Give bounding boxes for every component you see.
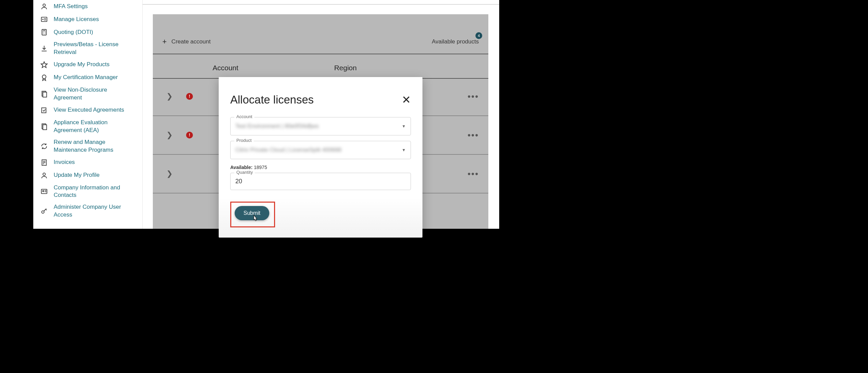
- column-header-account: Account: [213, 64, 238, 72]
- row-menu-button[interactable]: •••: [468, 91, 479, 102]
- svg-rect-5: [42, 30, 47, 35]
- sidebar-item-label: Invoices: [54, 158, 75, 166]
- invoice-icon: [40, 158, 48, 167]
- account-field-label: Account: [234, 114, 254, 119]
- sidebar-item-label: Quoting (DOTI): [54, 29, 93, 36]
- modal-title: Allocate licenses: [230, 93, 314, 106]
- sidebar-item-executed-agreements[interactable]: View Executed Agreements: [33, 104, 142, 117]
- sidebar-item-previews[interactable]: Previews/Betas - License Retrieval: [33, 39, 142, 58]
- sidebar-item-label: Appliance Evaluation Agreement (AEA): [54, 119, 136, 134]
- svg-point-24: [42, 191, 44, 192]
- expand-row-icon[interactable]: ❯: [166, 169, 173, 178]
- badge-icon: [40, 74, 48, 82]
- sidebar-item-mfa[interactable]: MFA Settings: [33, 0, 142, 13]
- quantity-field[interactable]: Quantity: [230, 173, 411, 190]
- close-icon[interactable]: ✕: [402, 93, 411, 106]
- key-icon: [40, 207, 48, 215]
- product-field-label: Product: [234, 138, 254, 143]
- create-account-button[interactable]: + Create account: [162, 37, 211, 46]
- sidebar-item-label: Company Information and Contacts: [54, 184, 136, 200]
- sidebar-item-label: View Executed Agreements: [54, 106, 124, 114]
- download-icon: [40, 44, 48, 53]
- svg-point-27: [42, 211, 44, 213]
- sidebar-item-profile[interactable]: Update My Profile: [33, 169, 142, 182]
- sidebar-item-label: Administer Company User Access: [54, 203, 136, 219]
- sidebar-item-quoting[interactable]: Quoting (DOTI): [33, 26, 142, 39]
- svg-point-12: [42, 75, 46, 79]
- user-icon: [40, 171, 48, 180]
- document-check-icon: [40, 106, 48, 114]
- sidebar-item-upgrade[interactable]: Upgrade My Products: [33, 58, 142, 71]
- quantity-field-label: Quantity: [234, 170, 255, 175]
- document-icon: [40, 90, 48, 98]
- product-field[interactable]: Product Citrix Private Cloud | LicenseSp…: [230, 141, 411, 159]
- plus-icon: +: [162, 37, 167, 46]
- sidebar-item-aea[interactable]: Appliance Evaluation Agreement (AEA): [33, 117, 142, 136]
- column-header-region: Region: [334, 64, 357, 72]
- submit-button[interactable]: Submit: [235, 206, 269, 220]
- svg-marker-11: [41, 62, 47, 68]
- star-icon: [40, 61, 48, 69]
- product-field-value: Citrix Private Cloud | LicenseSplit 4006…: [235, 147, 341, 153]
- sidebar-item-renew[interactable]: Renew and Manage Maintenance Programs: [33, 136, 142, 156]
- svg-rect-14: [43, 92, 47, 97]
- accounts-toolbar: + Create account Available products 4: [153, 23, 488, 54]
- chevron-down-icon: ▼: [402, 148, 406, 152]
- svg-point-22: [43, 173, 45, 175]
- alert-icon: !: [186, 93, 193, 100]
- available-products-link[interactable]: Available products 4: [432, 38, 479, 45]
- row-menu-button[interactable]: •••: [468, 169, 479, 179]
- sidebar-item-label: Upgrade My Products: [54, 61, 109, 69]
- sidebar-item-label: Renew and Manage Maintenance Programs: [54, 138, 136, 154]
- calculator-icon: [40, 28, 48, 36]
- sidebar-item-admin-users[interactable]: Administer Company User Access: [33, 201, 142, 221]
- submit-highlight: Submit: [230, 202, 275, 227]
- sidebar-item-company-info[interactable]: Company Information and Contacts: [33, 182, 142, 202]
- svg-point-2: [42, 19, 43, 20]
- chevron-down-icon: ▼: [402, 124, 406, 129]
- svg-rect-17: [43, 125, 47, 130]
- sidebar-item-nda[interactable]: View Non-Disclosure Agreement: [33, 84, 142, 104]
- refresh-icon: [40, 142, 48, 150]
- sidebar-item-label: Previews/Betas - License Retrieval: [54, 41, 136, 56]
- sidebar: MFA Settings Manage Licenses Quoting (DO…: [33, 0, 143, 229]
- sidebar-item-label: Update My Profile: [54, 171, 100, 179]
- contact-card-icon: [40, 187, 48, 195]
- available-products-badge: 4: [475, 32, 482, 39]
- account-field[interactable]: Account Test Environment | 80e0f34dfjws …: [230, 117, 411, 135]
- document-icon: [40, 123, 48, 131]
- svg-rect-15: [42, 108, 46, 113]
- alert-icon: !: [186, 132, 193, 138]
- expand-row-icon[interactable]: ❯: [166, 131, 173, 139]
- expand-row-icon[interactable]: ❯: [166, 92, 173, 101]
- quantity-input[interactable]: [230, 173, 411, 190]
- license-icon: [40, 15, 48, 23]
- user-icon: [40, 2, 48, 11]
- sidebar-item-label: MFA Settings: [54, 3, 88, 11]
- available-count: Available: 18975: [230, 165, 411, 170]
- available-products-label: Available products: [432, 38, 479, 45]
- create-account-label: Create account: [171, 38, 211, 45]
- sidebar-item-invoices[interactable]: Invoices: [33, 156, 142, 169]
- account-field-value: Test Environment | 80e0f34dfjws: [235, 123, 319, 130]
- sidebar-item-label: My Certification Manager: [54, 74, 118, 81]
- sidebar-item-label: View Non-Disclosure Agreement: [54, 86, 136, 102]
- svg-point-0: [43, 4, 45, 6]
- accounts-table-header: Account Region: [153, 58, 488, 79]
- sidebar-item-label: Manage Licenses: [54, 16, 99, 23]
- sidebar-item-manage-licenses[interactable]: Manage Licenses: [33, 13, 142, 26]
- sidebar-item-certification[interactable]: My Certification Manager: [33, 71, 142, 84]
- allocate-licenses-modal: Allocate licenses ✕ Account Test Environ…: [219, 77, 422, 238]
- svg-rect-1: [41, 17, 47, 22]
- row-menu-button[interactable]: •••: [468, 130, 479, 141]
